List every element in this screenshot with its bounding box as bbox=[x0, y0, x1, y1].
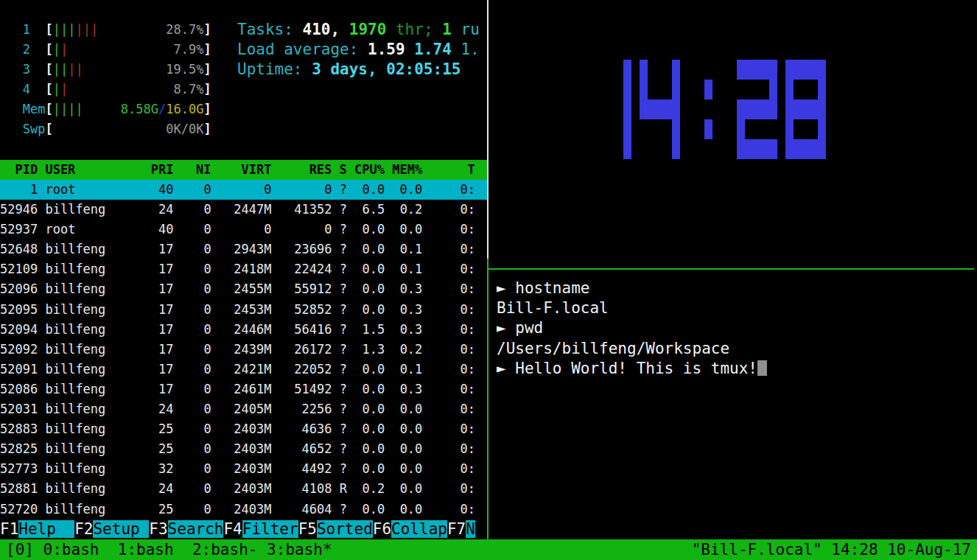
terminal-line: ► hostname bbox=[497, 279, 767, 298]
text-cursor bbox=[757, 360, 767, 376]
process-row[interactable]: 52720 billfeng 25 0 2403M 4604 ? 0.0 0.0… bbox=[0, 500, 487, 519]
terminal-line: Bill-F.local bbox=[497, 298, 767, 318]
prompt-arrow-icon: ► bbox=[497, 360, 515, 377]
terminal-line: ► Hello World! This is tmux! bbox=[497, 359, 767, 379]
clock-display bbox=[591, 60, 834, 159]
fkey-f7[interactable]: F7N bbox=[447, 520, 475, 538]
cpu-meter-2: 2 [|| 7.9%] bbox=[0, 40, 211, 60]
process-row[interactable]: 52883 billfeng 25 0 2403M 4636 ? 0.0 0.0… bbox=[0, 419, 487, 439]
process-row[interactable]: 52648 billfeng 17 0 2943M 23696 ? 0.0 0.… bbox=[0, 239, 487, 259]
fkey-f1[interactable]: F1Help bbox=[0, 520, 74, 538]
terminal-line: /Users/billfeng/Workspace bbox=[497, 339, 767, 359]
fkey-f3[interactable]: F3Search bbox=[149, 520, 223, 538]
window-tab-3[interactable]: 3:bash* bbox=[267, 541, 332, 559]
cpu-meter-4: 4 [|| 8.7%] bbox=[0, 80, 211, 99]
process-row[interactable]: 52825 billfeng 25 0 2403M 4652 ? 0.0 0.0… bbox=[0, 439, 487, 459]
process-row[interactable]: 52096 billfeng 17 0 2455M 55912 ? 0.0 0.… bbox=[0, 279, 487, 299]
cpu-meter-1: 1 [|||||| 28.7%] bbox=[0, 20, 211, 40]
mem-meter: Mem[|||| 8.58G/16.0G] bbox=[0, 99, 211, 119]
window-list: [0] 0:bash 1:bash 2:bash- 3:bash* bbox=[6, 539, 332, 560]
swap-meter: Swp[ 0K/0K] bbox=[0, 119, 211, 139]
fkey-f6[interactable]: F6Collap bbox=[373, 520, 447, 538]
fkey-f5[interactable]: F5Sorted bbox=[298, 520, 373, 538]
fkey-f2[interactable]: F2Setup bbox=[74, 520, 149, 538]
terminal-output: ► hostnameBill-F.local► pwd/Users/billfe… bbox=[497, 279, 767, 379]
process-row[interactable]: 52094 billfeng 17 0 2446M 56416 ? 1.5 0.… bbox=[0, 320, 487, 340]
process-table: 1 root 40 0 0 0 ? 0.0 0.0 0:52946 billfe… bbox=[0, 180, 487, 519]
terminal-line: ► pwd bbox=[497, 318, 767, 338]
session-name[interactable]: [0] bbox=[6, 541, 43, 559]
uptime-line: Uptime: 3 days, 02:05:15 bbox=[237, 60, 480, 80]
process-row[interactable]: 52091 billfeng 17 0 2421M 22052 ? 0.0 0.… bbox=[0, 360, 487, 379]
process-row[interactable]: 52946 billfeng 24 0 2447M 41352 ? 6.5 0.… bbox=[0, 200, 487, 220]
window-tab-0[interactable]: 0:bash bbox=[43, 541, 109, 559]
process-row[interactable]: 52881 billfeng 24 0 2403M 4108 R 0.2 0.0… bbox=[0, 479, 487, 499]
load-average-line: Load average: 1.59 1.74 1. bbox=[237, 40, 480, 60]
status-right-clock: "Bill-F.local" 14:28 10-Aug-17 bbox=[692, 539, 971, 560]
process-row[interactable]: 52937 root 40 0 0 0 ? 0.0 0.0 0: bbox=[0, 220, 487, 239]
process-row[interactable]: 52109 billfeng 17 0 2418M 22424 ? 0.0 0.… bbox=[0, 259, 487, 279]
prompt-arrow-icon: ► bbox=[497, 279, 515, 297]
process-row[interactable]: 52773 billfeng 32 0 2403M 4492 ? 0.0 0.0… bbox=[0, 459, 487, 479]
process-row[interactable]: 52092 billfeng 17 0 2439M 26172 ? 1.3 0.… bbox=[0, 340, 487, 360]
process-row[interactable]: 52031 billfeng 24 0 2405M 2256 ? 0.0 0.0… bbox=[0, 399, 487, 419]
cpu-meter-3: 3 [|||| 19.5%] bbox=[0, 60, 211, 80]
htop-function-key-bar: F1Help F2Setup F3SearchF4FilterF5SortedF… bbox=[0, 519, 487, 539]
tasks-line: Tasks: 410, 1970 thr; 1 ru bbox=[237, 20, 480, 40]
process-table-header[interactable]: PID USER PRI NI VIRT RES S CPU% MEM% T bbox=[0, 160, 487, 180]
window-tab-1[interactable]: 1:bash bbox=[118, 541, 183, 559]
pane-htop[interactable]: 1 [|||||| 28.7%] 2 [|| 7.9%] 3 [|||| 19.… bbox=[0, 0, 487, 539]
tmux-status-bar: [0] 0:bash 1:bash 2:bash- 3:bash* "Bill-… bbox=[0, 539, 977, 560]
pane-clock[interactable] bbox=[489, 0, 977, 268]
htop-meters: 1 [|||||| 28.7%] 2 [|| 7.9%] 3 [|||| 19.… bbox=[0, 20, 211, 140]
pane-terminal[interactable]: ► hostnameBill-F.local► pwd/Users/billfe… bbox=[489, 270, 977, 539]
tmux-screen: 1 [|||||| 28.7%] 2 [|| 7.9%] 3 [|||| 19.… bbox=[0, 0, 977, 560]
window-tab-2[interactable]: 2:bash- bbox=[192, 541, 258, 559]
fkey-f4[interactable]: F4Filter bbox=[223, 520, 298, 538]
process-row[interactable]: 52095 billfeng 17 0 2453M 52852 ? 0.0 0.… bbox=[0, 300, 487, 320]
process-row[interactable]: 52086 billfeng 17 0 2461M 51492 ? 0.0 0.… bbox=[0, 379, 487, 399]
prompt-arrow-icon: ► bbox=[497, 319, 515, 337]
htop-info: Tasks: 410, 1970 thr; 1 ruLoad average: … bbox=[237, 20, 480, 80]
process-row[interactable]: 1 root 40 0 0 0 ? 0.0 0.0 0: bbox=[0, 180, 487, 200]
